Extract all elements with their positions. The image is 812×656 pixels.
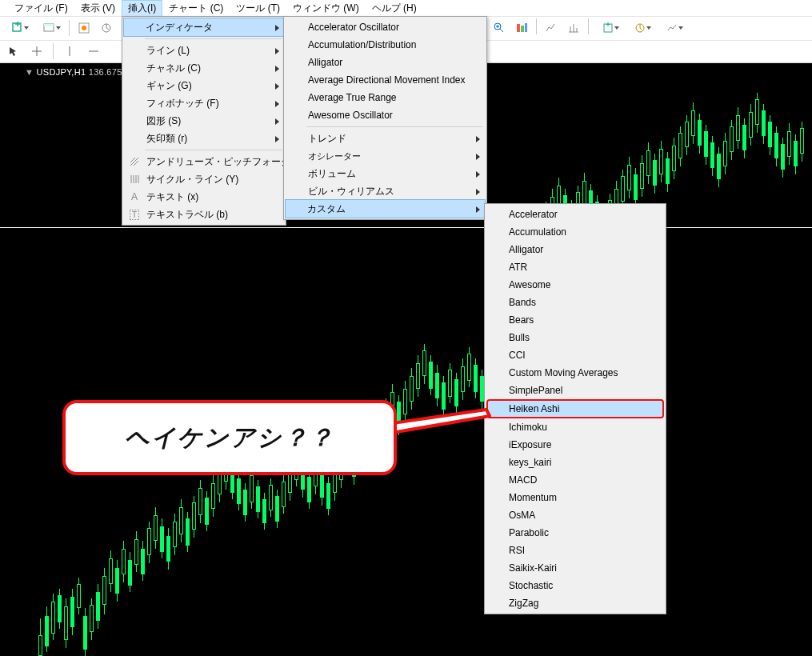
menu-item[interactable]: ギャン (G) bbox=[124, 77, 284, 94]
navigator-button[interactable] bbox=[97, 18, 116, 38]
menu-item[interactable]: Bears bbox=[486, 311, 664, 329]
submenu-arrow-icon bbox=[275, 83, 279, 90]
menu-item[interactable]: カスタム bbox=[285, 199, 486, 218]
insert-menu: インディケータライン (L)チャネル (C)ギャン (G)フィボナッチ (F)図… bbox=[122, 16, 286, 226]
menu-item[interactable]: Heiken Ashi bbox=[486, 399, 664, 418]
submenu-arrow-icon bbox=[476, 154, 480, 160]
menu-item[interactable]: テキスト (x)A bbox=[124, 188, 284, 206]
menu-item[interactable]: インディケータ bbox=[123, 18, 285, 37]
menu-view[interactable]: 表示 (V) bbox=[74, 0, 122, 17]
profiles-button[interactable] bbox=[35, 18, 64, 38]
pitch-icon bbox=[127, 154, 142, 169]
symbol-text: USDJPY,H1 bbox=[37, 67, 86, 77]
menu-item[interactable]: 矢印類 (r) bbox=[124, 130, 284, 147]
menu-item[interactable]: ライン (L) bbox=[124, 42, 284, 59]
crosshair-button[interactable] bbox=[27, 42, 46, 61]
menu-item[interactable]: Awesome Oscillator bbox=[286, 106, 485, 124]
menu-item[interactable]: Average True Range bbox=[286, 89, 485, 106]
menu-item[interactable]: Accelerator Oscillator bbox=[286, 18, 485, 36]
menu-item[interactable]: RSI bbox=[486, 542, 664, 559]
toolbar-separator bbox=[69, 20, 70, 36]
menu-item[interactable]: Alligator bbox=[486, 241, 664, 258]
submenu-arrow-icon bbox=[476, 171, 480, 178]
toolbar-separator bbox=[536, 18, 537, 34]
svg-point-4 bbox=[82, 26, 86, 30]
menu-item[interactable]: チャネル (C) bbox=[124, 59, 284, 77]
menu-insert[interactable]: 挿入(I) bbox=[122, 0, 162, 17]
indicators-button[interactable] bbox=[542, 18, 561, 38]
menu-item[interactable]: トレンド bbox=[286, 130, 485, 147]
submenu-arrow-icon bbox=[476, 136, 480, 142]
callout-text: ヘイケンアシ？？ bbox=[125, 422, 334, 454]
menu-item[interactable]: オシレーター bbox=[286, 147, 485, 165]
submenu-arrow-icon bbox=[275, 48, 279, 54]
submenu-arrow-icon bbox=[275, 25, 279, 31]
svg-rect-9 bbox=[525, 23, 527, 32]
submenu-arrow-icon bbox=[476, 206, 480, 213]
menu-item[interactable]: Ichimoku bbox=[486, 418, 664, 436]
menu-help[interactable]: ヘルプ (H) bbox=[366, 0, 423, 17]
menu-item[interactable]: SimplePanel bbox=[486, 382, 664, 399]
indicators-submenu: Accelerator OscillatorAccumulation/Distr… bbox=[283, 16, 487, 220]
menu-item[interactable]: ビル・ウィリアムス bbox=[286, 182, 485, 200]
menu-item[interactable]: Accumulation bbox=[486, 223, 664, 241]
callout-bubble: ヘイケンアシ？？ bbox=[62, 400, 397, 475]
menu-item[interactable]: OsMA bbox=[486, 506, 664, 524]
menu-separator bbox=[145, 150, 282, 150]
menu-item[interactable]: サイクル・ライン (Y) bbox=[124, 170, 284, 188]
menu-item[interactable]: Momentum bbox=[486, 489, 664, 506]
A-icon: A bbox=[127, 190, 142, 204]
callout-tail bbox=[384, 400, 512, 440]
submenu-arrow-icon bbox=[476, 189, 480, 195]
menu-item[interactable]: Average Directional Movement Index bbox=[286, 71, 485, 89]
cyc-icon bbox=[127, 172, 142, 186]
menu-item[interactable]: 図形 (S) bbox=[124, 112, 284, 130]
submenu-arrow-icon bbox=[275, 101, 279, 107]
menu-item[interactable]: Bands bbox=[486, 294, 664, 311]
menu-item[interactable]: ATR bbox=[486, 258, 664, 276]
menu-file[interactable]: ファイル (F) bbox=[8, 0, 74, 17]
menu-item[interactable]: Custom Moving Averages bbox=[486, 364, 664, 382]
timeframes-button[interactable] bbox=[626, 18, 654, 38]
menu-item[interactable]: テキストラベル (b)T bbox=[124, 206, 284, 223]
svg-rect-8 bbox=[521, 26, 524, 32]
cursor-button[interactable] bbox=[3, 42, 22, 61]
submenu-arrow-icon bbox=[275, 136, 279, 142]
menu-item[interactable]: Parabolic bbox=[486, 524, 664, 542]
menu-item[interactable]: Bulls bbox=[486, 329, 664, 346]
menu-separator bbox=[145, 38, 282, 39]
T-icon: T bbox=[127, 207, 142, 222]
menu-item[interactable]: Saikix-Kairi bbox=[486, 559, 664, 577]
menu-item[interactable]: Awesome bbox=[486, 276, 664, 294]
toolbar-separator bbox=[588, 18, 589, 34]
menu-item[interactable]: アンドリューズ・ピッチフォーク (A) bbox=[124, 153, 284, 170]
menu-item[interactable]: ボリューム bbox=[286, 165, 485, 182]
toolbar-separator bbox=[53, 43, 54, 59]
periods-button[interactable] bbox=[564, 18, 583, 38]
menu-chart[interactable]: チャート (C) bbox=[162, 0, 230, 17]
submenu-arrow-icon bbox=[275, 118, 279, 125]
menu-item[interactable]: Stochastic bbox=[486, 577, 664, 594]
menu-item[interactable]: Accelerator bbox=[486, 206, 664, 223]
menu-item[interactable]: CCI bbox=[486, 346, 664, 364]
menu-window[interactable]: ウィンドウ (W) bbox=[286, 0, 366, 17]
menu-item[interactable]: keys_kairi bbox=[486, 454, 664, 471]
new-chart-button[interactable] bbox=[3, 18, 32, 38]
templates-button[interactable] bbox=[594, 18, 622, 38]
svg-rect-7 bbox=[517, 24, 520, 32]
submenu-arrow-icon bbox=[275, 66, 279, 72]
zoom-in-button[interactable] bbox=[490, 18, 509, 38]
menu-item[interactable]: フィボナッチ (F) bbox=[124, 94, 284, 112]
strategy-tester-button[interactable] bbox=[658, 18, 686, 38]
horizontal-line-button[interactable] bbox=[84, 42, 103, 61]
zoom-out-button[interactable] bbox=[512, 18, 531, 38]
menu-item[interactable]: MACD bbox=[486, 471, 664, 489]
market-watch-button[interactable] bbox=[74, 18, 94, 38]
menu-item[interactable]: iExposure bbox=[486, 436, 664, 454]
menu-tools[interactable]: ツール (T) bbox=[230, 0, 286, 17]
vertical-line-button[interactable] bbox=[60, 42, 79, 61]
menu-item[interactable]: ZigZag bbox=[486, 594, 664, 612]
menu-item[interactable]: Alligator bbox=[286, 54, 485, 71]
svg-rect-2 bbox=[44, 24, 54, 26]
menu-item[interactable]: Accumulation/Distribution bbox=[286, 36, 485, 54]
